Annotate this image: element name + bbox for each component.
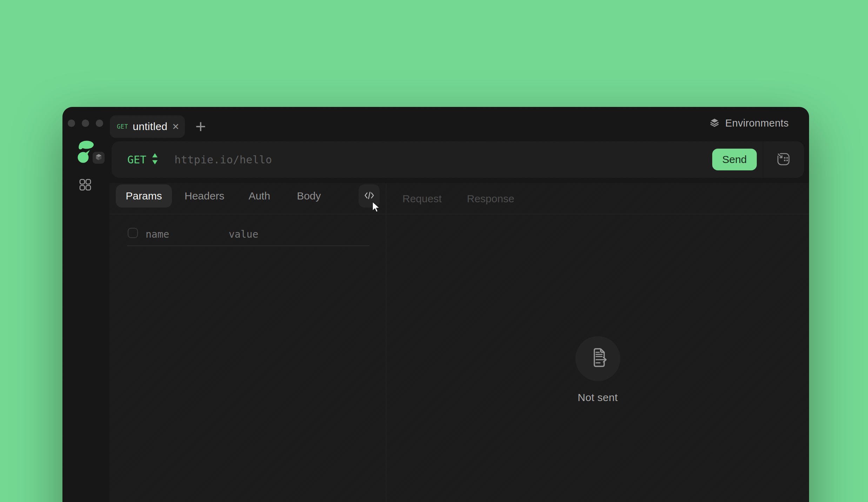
grid-icon — [79, 179, 91, 192]
app-window: GET untitled ✕ + Environments — [62, 107, 809, 502]
not-sent-label: Not sent — [575, 392, 620, 403]
method-selector[interactable]: GET — [127, 153, 158, 166]
environments-label: Environments — [725, 117, 789, 129]
httpie-logo — [77, 141, 94, 164]
apps-grid-button[interactable] — [78, 178, 92, 192]
code-view-button[interactable] — [359, 184, 380, 208]
layers-icon — [710, 118, 719, 129]
code-icon — [364, 191, 375, 202]
workspace-button[interactable] — [93, 152, 105, 164]
dock-panel-button[interactable] — [776, 152, 791, 167]
tab-headers[interactable]: Headers — [185, 190, 224, 202]
up-down-arrows-icon — [152, 153, 158, 166]
tab-request[interactable]: Request — [402, 193, 442, 205]
close-window-button[interactable] — [68, 120, 75, 127]
request-tabs: Params Headers Auth Body — [116, 184, 321, 208]
traffic-lights — [68, 107, 103, 139]
tab-params[interactable]: Params — [116, 184, 172, 208]
urlbar-divider — [763, 141, 763, 178]
tab-auth[interactable]: Auth — [248, 190, 270, 202]
response-tabs: Request Response — [402, 183, 514, 214]
minimize-window-button[interactable] — [82, 120, 89, 127]
close-tab-icon[interactable]: ✕ — [172, 122, 179, 131]
empty-state-circle — [575, 336, 620, 381]
tab-title: untitled — [133, 121, 167, 133]
titlebar: GET untitled ✕ + Environments — [62, 107, 809, 139]
new-tab-button[interactable]: + — [192, 115, 209, 138]
empty-state: Not sent — [575, 336, 620, 403]
tab-body[interactable]: Body — [297, 190, 321, 202]
select-all-checkbox[interactable] — [128, 228, 138, 238]
tabs-header: Params Headers Auth Body Request Respons… — [109, 183, 809, 214]
send-button[interactable]: Send — [712, 149, 757, 170]
tab-response[interactable]: Response — [467, 193, 514, 205]
zoom-window-button[interactable] — [96, 120, 103, 127]
tab-method-badge: GET — [117, 123, 128, 130]
method-label: GET — [127, 154, 146, 166]
dock-panel-icon — [776, 152, 790, 168]
url-input[interactable] — [174, 154, 699, 166]
content-area: Params Headers Auth Body Request Respons… — [109, 183, 809, 502]
request-tab[interactable]: GET untitled ✕ — [110, 115, 185, 138]
column-header-name[interactable]: name — [146, 229, 169, 240]
request-bar: GET Send — [112, 141, 804, 178]
column-header-value[interactable]: value — [229, 229, 258, 240]
cube-icon — [95, 154, 102, 162]
response-panel: Not sent — [386, 214, 809, 502]
document-send-icon — [587, 347, 609, 371]
environments-button[interactable]: Environments — [710, 107, 789, 139]
params-header-row: name value — [127, 226, 369, 246]
